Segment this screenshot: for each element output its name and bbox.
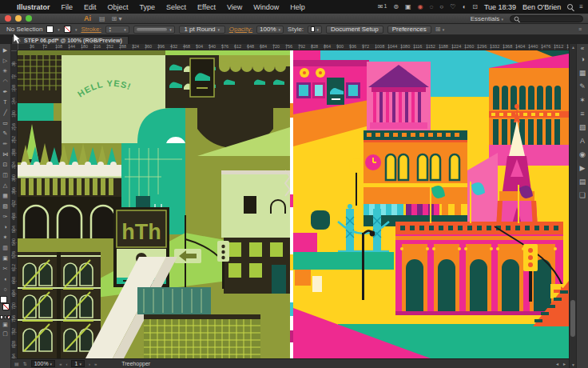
brushes-panel-icon[interactable]: ✎ [579,80,586,94]
none-button[interactable] [7,315,10,319]
preferences-button[interactable]: Preferences [387,26,431,34]
document-tab[interactable]: × STEP 06.pdf* @ 100% (RGB/Preview) [11,36,129,44]
symbol-sprayer-tool[interactable]: ✶ [0,232,10,242]
rectangle-tool[interactable]: ▭ [0,118,10,128]
artboards-panel-icon[interactable]: ❏ [579,189,586,202]
color-mode-buttons[interactable] [0,315,10,319]
menu-file[interactable]: File [62,3,74,11]
pencil-tool[interactable]: ✏ [0,138,10,149]
stroke-proxy[interactable] [2,303,10,310]
mail-icon[interactable]: ✉1 [378,0,387,14]
menu-type[interactable]: Type [140,3,156,11]
mesh-tool[interactable]: ▦ [0,190,10,201]
magic-wand-tool[interactable]: ✳ [0,66,10,76]
minimize-window-button[interactable] [15,15,22,22]
artboard-number-combo[interactable]: 1▾ [71,360,84,367]
document-setup-button[interactable]: Document Setup [326,26,383,34]
menu-help[interactable]: Help [290,3,305,11]
stroke-panel-icon[interactable]: ≡ [580,107,584,121]
previous-artboard-button[interactable]: ‹ [66,362,67,366]
notification-center-icon[interactable]: ≡ [579,0,583,14]
status-left-icon-2[interactable]: ⇅ [23,361,27,366]
dropbox-icon[interactable]: ▣ [405,0,411,14]
workspace-switcher[interactable]: Essentials ▾ [471,15,503,22]
next-artboard-button[interactable]: › [89,362,90,366]
color-button[interactable] [0,315,3,319]
blend-tool[interactable]: ◑ [0,222,10,232]
app-red-icon[interactable]: ◉ [418,0,423,14]
style-combo[interactable]: ▾ [308,26,322,34]
symbols-panel-icon[interactable]: ✶ [579,94,586,107]
zoom-window-button[interactable] [26,15,32,22]
slice-tool[interactable]: ✂ [0,263,10,274]
display-icon[interactable]: ⊡ [472,0,478,14]
opacity-combo[interactable]: 100%▾ [256,26,284,34]
scroll-right-arrow[interactable]: ▸ [563,361,566,366]
zoom-tool[interactable]: ○ [0,284,10,294]
stroke-weight-combo[interactable]: ▲▼▾ [105,26,129,34]
lasso-tool[interactable]: ◠ [0,76,10,86]
menu-illustrator[interactable]: Illustrator [17,3,50,11]
status-left-icon-1[interactable]: ▤ [14,361,19,366]
search-input[interactable] [510,15,583,22]
selection-tool[interactable]: ▶ [0,45,10,55]
time-machine-icon[interactable]: ◌ [430,0,434,14]
shape-builder-tool[interactable]: ◫ [0,170,10,180]
hand-tool[interactable]: ◖ [0,274,10,284]
eyedropper-tool[interactable]: ✑ [0,211,10,222]
first-artboard-button[interactable]: « [59,362,62,366]
menu-edit[interactable]: Edit [84,3,97,11]
opacity-panel-link[interactable]: Opacity: [229,26,252,33]
color-panel-icon[interactable]: ◑ [580,53,584,66]
spotlight-icon[interactable] [567,4,573,10]
horizontal-ruler[interactable]: 3672108144180216252288324360396432468504… [18,44,569,50]
column-graph-tool[interactable]: ▥ [0,242,10,253]
swatches-panel-icon[interactable]: ▦ [579,66,586,80]
menu-select[interactable]: Select [166,3,186,11]
stroke-color-swatch[interactable] [64,26,71,33]
arrange-documents-icon[interactable]: ⊞ ▾ [112,15,122,22]
layers-panel-icon[interactable]: ▤ [579,175,586,189]
appearance-panel-icon[interactable]: ◉ [579,148,586,162]
volume-icon[interactable]: ◖ [462,0,466,14]
heart-icon[interactable]: ♡ [450,0,455,14]
type-tool[interactable]: T [0,97,10,107]
scroll-up-arrow[interactable]: ▲ [570,45,577,50]
perspective-grid-tool[interactable]: △ [0,180,10,190]
direct-selection-tool[interactable]: ▷ [0,55,10,66]
drawing-mode-button[interactable]: ▣ [2,322,8,328]
brush-definition-combo[interactable]: 1 pt Round▾ [179,26,225,34]
vertical-ruler[interactable]: 3672108144180216252288324360396432468504… [11,50,18,358]
character-panel-icon[interactable]: A [580,134,585,148]
scrollbar-thumb[interactable] [570,300,575,337]
gradient-button[interactable] [4,315,7,319]
width-profile-combo[interactable]: ▾ [133,26,175,34]
artboard-tool[interactable]: ▣ [0,253,10,263]
collapse-controlbar-icon[interactable]: ≡ [578,26,582,32]
last-artboard-button[interactable]: » [94,362,97,366]
menu-effect[interactable]: Effect [197,3,216,11]
paintbrush-tool[interactable]: ✎ [0,128,10,138]
pen-tool[interactable]: ✒ [0,86,10,97]
fill-color-swatch[interactable] [46,26,54,33]
scroll-left-arrow[interactable]: ◂ [556,361,558,366]
free-transform-tool[interactable]: ⊡ [0,159,10,170]
fill-stroke-indicator[interactable] [0,296,10,314]
stroke-panel-link[interactable]: Stroke: [81,26,101,33]
width-tool[interactable]: ⋈ [0,149,10,159]
expand-panels-button[interactable]: « [581,44,584,53]
fill-proxy[interactable] [0,296,7,303]
menu-object[interactable]: Object [108,3,129,11]
screen-mode-button[interactable]: ▢ [2,330,8,337]
line-segment-tool[interactable]: ╱ [0,107,10,118]
gradient-tool[interactable]: ▧ [0,201,10,211]
vertical-scrollbar[interactable]: ▲ ▼ [569,44,576,368]
artwork-canvas[interactable]: HELL YES! [18,50,569,358]
menubar-user[interactable]: Ben O'Brien [522,3,561,11]
scroll-down-arrow[interactable]: ▼ [570,362,577,367]
bluetooth-icon[interactable]: ○ [439,0,443,14]
creative-cloud-icon[interactable]: ⊚ [393,0,399,14]
menu-view[interactable]: View [227,3,242,11]
menu-window[interactable]: Window [253,3,279,11]
actions-panel-icon[interactable]: ▶ [580,162,586,175]
